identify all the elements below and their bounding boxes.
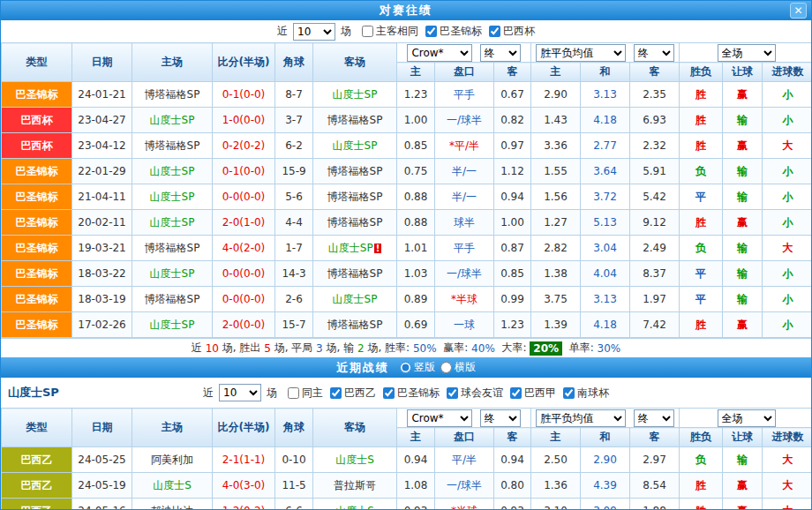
filter-suffix-label: 场 xyxy=(341,24,351,39)
score-cell: 0-1(0-0) xyxy=(213,159,275,184)
recent-results-title: 近期战绩 xyxy=(336,360,389,376)
score-cell: 0-1(0-0) xyxy=(213,82,275,108)
league-badge: 巴西杯 xyxy=(2,133,72,159)
layout-option-竖版[interactable]: 竖版 xyxy=(400,360,435,375)
result-cell: 胜 xyxy=(680,499,723,510)
checkbox[interactable] xyxy=(330,387,342,399)
col-header-corner: 角球 xyxy=(275,409,313,447)
checkbox[interactable] xyxy=(362,26,373,37)
checkbox[interactable] xyxy=(288,387,299,399)
home-team-cell: 博塔福格SP xyxy=(132,287,213,312)
euro-away-odds: 8.37 xyxy=(630,261,680,287)
corner-cell: 5-6 xyxy=(275,184,313,210)
close-icon[interactable]: ✕ xyxy=(790,3,807,19)
odds-stage-select[interactable]: 终 xyxy=(480,409,521,427)
scope-select[interactable]: 全场 xyxy=(718,409,776,427)
radio[interactable] xyxy=(440,362,452,373)
checkbox[interactable] xyxy=(489,26,500,37)
match-row: 巴西杯23-04-27山度士SP1-0(0-0)3-7博塔福格SP1.00一/球… xyxy=(2,108,812,133)
filter-option-巴圣锦标[interactable]: 巴圣锦标 xyxy=(383,386,440,401)
away-team-cell: 博塔福格SP xyxy=(313,184,397,210)
handicap-result-cell: 输 xyxy=(723,184,763,210)
filter-option-球会友谊[interactable]: 球会友谊 xyxy=(447,386,503,401)
euro-avg-select[interactable]: 胜平负均值 xyxy=(536,409,626,427)
col-header-result: 胜负 xyxy=(680,428,723,447)
col-header-result: 胜负 xyxy=(680,63,723,82)
summary-segment: 场, 输 xyxy=(323,341,357,356)
euro-away-odds: 7.42 xyxy=(630,312,680,338)
filter-prefix-label: 近 xyxy=(277,24,288,39)
h2h-table: 类型 日期 主场 比分(半场) 角球 客场 Crow* 终 胜平负均值 终 全场 xyxy=(1,42,812,338)
recent-match-count-select[interactable]: 10 xyxy=(219,384,261,401)
home-team-cell: 博塔福格SP xyxy=(132,82,213,108)
handicap-result-cell: 赢 xyxy=(723,133,763,159)
euro-avg-select[interactable]: 胜平负均值 xyxy=(536,44,626,62)
goals-size-cell: 小 xyxy=(763,312,812,338)
checkbox[interactable] xyxy=(383,387,395,399)
bookmaker-select[interactable]: Crow* xyxy=(407,409,472,427)
filter-option-巴圣锦标[interactable]: 巴圣锦标 xyxy=(425,24,482,39)
summary-segment: 场, 平局 xyxy=(271,341,316,356)
score-cell: 1-0(0-0) xyxy=(213,108,275,133)
checkbox[interactable] xyxy=(510,387,522,399)
checkbox[interactable] xyxy=(425,26,437,37)
corner-cell: 8-7 xyxy=(275,82,313,108)
team-name-label: 山度士SP xyxy=(8,385,59,401)
checkbox[interactable] xyxy=(563,387,575,399)
euro-draw-odds: 2.77 xyxy=(581,133,630,159)
home-team-cell: 山度士SP xyxy=(132,210,213,236)
corner-cell: 15-7 xyxy=(275,312,313,338)
checkbox[interactable] xyxy=(447,387,458,399)
scope-group-header: 全场 xyxy=(680,43,812,63)
goals-size-cell: 小 xyxy=(763,184,812,210)
asian-away-odds: 0.93 xyxy=(494,499,531,510)
asian-home-odds: 1.00 xyxy=(397,108,435,133)
filter-option-巴西杯[interactable]: 巴西杯 xyxy=(489,24,535,39)
goals-size-cell: 小 xyxy=(763,287,812,312)
recent-filter-checkboxes: 同主巴西乙巴圣锦标球会友谊巴西甲南球杯 xyxy=(281,386,609,401)
asian-away-odds: 1.00 xyxy=(494,210,531,236)
match-row: 巴圣锦标20-02-11山度士SP2-0(1-0)4-4博塔福格SP0.88球半… xyxy=(2,210,812,236)
euro-home-odds: 2.90 xyxy=(531,82,581,108)
league-badge: 巴西乙 xyxy=(2,447,72,473)
col-header-euro-draw: 和 xyxy=(581,63,630,82)
league-badge: 巴圣锦标 xyxy=(2,159,72,184)
result-cell: 胜 xyxy=(680,82,723,108)
result-cell: 胜 xyxy=(680,108,723,133)
filter-option-巴西甲[interactable]: 巴西甲 xyxy=(510,386,556,401)
euro-home-odds: 1.39 xyxy=(531,312,581,338)
home-team-cell: 山度士SP xyxy=(132,312,213,338)
handicap-cell: 一/球半 xyxy=(435,108,494,133)
euro-draw-odds: 3.04 xyxy=(581,236,630,261)
goals-size-cell: 小 xyxy=(763,82,812,108)
euro-home-odds: 1.56 xyxy=(531,184,581,210)
asian-home-odds: 0.88 xyxy=(397,184,435,210)
corner-cell: 14-3 xyxy=(275,261,313,287)
col-header-euro-home: 主 xyxy=(531,63,581,82)
score-cell: 0-0(0-0) xyxy=(213,287,275,312)
result-cell: 平 xyxy=(680,184,723,210)
euro-stage-select[interactable]: 终 xyxy=(634,409,674,427)
euro-stage-select[interactable]: 终 xyxy=(634,44,674,62)
h2h-match-count-select[interactable]: 10 xyxy=(293,23,335,41)
radio[interactable] xyxy=(400,362,411,373)
recent-filter-row: 山度士SP 近 10 场 同主巴西乙巴圣锦标球会友谊巴西甲南球杯 xyxy=(1,378,811,408)
euro-away-odds: 1.88 xyxy=(630,499,680,510)
handicap-cell: 一球 xyxy=(435,312,494,338)
filter-option-主客相同[interactable]: 主客相同 xyxy=(362,24,418,39)
odds-stage-select[interactable]: 终 xyxy=(480,44,521,62)
result-cell: 胜 xyxy=(680,312,723,338)
goals-size-cell: 小 xyxy=(763,261,812,287)
match-row: 巴圣锦标24-01-21博塔福格SP0-1(0-0)8-7山度士SP1.23平手… xyxy=(2,82,812,108)
filter-option-南球杯[interactable]: 南球杯 xyxy=(563,386,609,401)
bookmaker-select[interactable]: Crow* xyxy=(407,44,472,62)
summary-segment: 场, 胜出 xyxy=(219,341,264,356)
handicap-result-cell: 输 xyxy=(723,236,763,261)
layout-option-横版[interactable]: 横版 xyxy=(440,360,476,375)
asian-home-odds: 0.93 xyxy=(397,499,435,510)
filter-option-同主[interactable]: 同主 xyxy=(288,386,323,401)
away-team-cell: 博塔福格SP xyxy=(313,159,397,184)
scope-select[interactable]: 全场 xyxy=(718,44,776,62)
away-team-cell: 山度士SP xyxy=(313,82,397,108)
filter-option-巴西乙[interactable]: 巴西乙 xyxy=(330,386,376,401)
